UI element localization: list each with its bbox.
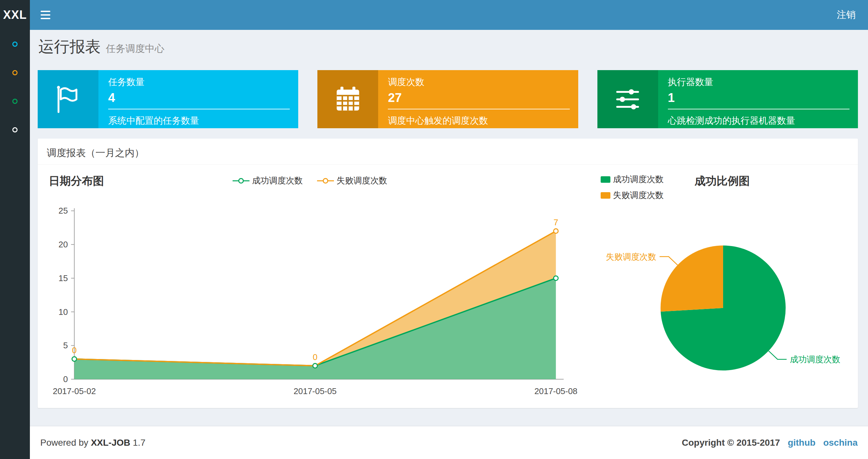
sidebar-item[interactable] (0, 116, 30, 144)
page-title: 运行报表 (38, 38, 101, 55)
circle-icon (12, 41, 18, 47)
version-label: 1.7 (133, 437, 146, 448)
svg-text:2017-05-08: 2017-05-08 (534, 387, 578, 396)
summary-info-row: 任务数量 4 系统中配置的任务数量 (38, 70, 858, 128)
line-chart-legend: 成功调度次数 失败调度次数 (232, 175, 387, 186)
calendar-icon (333, 85, 363, 114)
svg-text:25: 25 (59, 206, 68, 215)
pie-chart-legend: 成功调度次数 失败调度次数 (601, 174, 664, 201)
svg-text:20: 20 (59, 240, 68, 249)
app-logo[interactable]: XXL (0, 0, 30, 30)
logout-link[interactable]: 注销 (825, 0, 868, 30)
footer: Powered by XXL-JOB 1.7 Copyright © 2015-… (30, 426, 868, 459)
info-box-title: 执行器数量 (668, 76, 849, 88)
series-marker-icon (317, 178, 334, 184)
info-box-triggers: 调度次数 27 调度中心触发的调度次数 (317, 70, 578, 128)
success-ratio-pie-chart: 成功调度次数失败调度次数 (606, 245, 840, 370)
date-distribution-chart-title: 日期分布图 (49, 174, 104, 189)
legend-label: 成功调度次数 (613, 174, 664, 185)
svg-text:7: 7 (554, 218, 558, 227)
footer-right: Copyright © 2015-2017 github oschina (682, 437, 858, 448)
svg-text:0: 0 (72, 346, 77, 355)
svg-text:失败调度次数: 失败调度次数 (606, 252, 656, 261)
powered-by-text: Powered by XXL-JOB 1.7 (40, 437, 146, 448)
page-header: 运行报表任务调度中心 (30, 30, 868, 57)
info-box-divider (668, 109, 849, 109)
legend-item-success[interactable]: 成功调度次数 (601, 174, 664, 185)
svg-text:2017-05-05: 2017-05-05 (294, 387, 337, 396)
sliders-icon (613, 85, 643, 114)
swatch-icon (601, 192, 610, 199)
hamburger-icon (41, 14, 50, 15)
svg-text:15: 15 (59, 274, 68, 283)
info-box-value: 1 (668, 91, 849, 105)
info-icon-pane (38, 70, 98, 128)
svg-text:成功调度次数: 成功调度次数 (790, 355, 840, 364)
info-box-divider (108, 109, 290, 109)
info-body: 任务数量 4 系统中配置的任务数量 (98, 70, 298, 128)
info-body: 调度次数 27 调度中心触发的调度次数 (378, 70, 578, 128)
sidebar-item[interactable] (0, 87, 30, 116)
powered-by-label: Powered by (40, 437, 88, 448)
info-box-jobs: 任务数量 4 系统中配置的任务数量 (38, 70, 298, 128)
legend-item-fail[interactable]: 失败调度次数 (317, 175, 387, 186)
info-box-value: 4 (108, 91, 290, 105)
info-box-desc: 系统中配置的任务数量 (108, 114, 290, 127)
sidebar-item[interactable] (0, 30, 30, 59)
info-box-desc: 心跳检测成功的执行器机器数量 (668, 114, 849, 127)
svg-text:2017-05-02: 2017-05-02 (53, 387, 96, 396)
date-distribution-chart: 05101520252017-05-022017-05-052017-05-08… (53, 206, 577, 396)
series-marker-icon (232, 178, 249, 184)
sidebar (0, 30, 30, 459)
hamburger-icon (41, 11, 50, 12)
info-icon-pane (317, 70, 378, 128)
github-link[interactable]: github (788, 437, 816, 448)
svg-text:0: 0 (313, 353, 317, 362)
sidebar-item[interactable] (0, 59, 30, 87)
svg-text:5: 5 (63, 341, 68, 350)
svg-text:0: 0 (63, 374, 68, 384)
info-box-desc: 调度中心触发的调度次数 (388, 114, 569, 127)
info-box-executors: 执行器数量 1 心跳检测成功的执行器机器数量 (597, 70, 858, 128)
copyright-text: Copyright © 2015-2017 (682, 437, 780, 448)
info-icon-pane (597, 70, 658, 128)
app-name-label: XXL-JOB (91, 437, 130, 448)
legend-item-success[interactable]: 成功调度次数 (232, 175, 303, 186)
legend-label: 失败调度次数 (613, 190, 664, 201)
circle-icon (12, 99, 18, 104)
hamburger-icon (41, 18, 50, 19)
legend-label: 失败调度次数 (337, 175, 387, 186)
legend-label: 成功调度次数 (252, 175, 303, 186)
info-body: 执行器数量 1 心跳检测成功的执行器机器数量 (658, 70, 858, 128)
legend-item-fail[interactable]: 失败调度次数 (601, 190, 664, 201)
panel-title: 调度报表（一月之内） (38, 139, 858, 165)
success-ratio-chart-title: 成功比例图 (694, 174, 750, 189)
main-content: 运行报表任务调度中心 任务数量 4 系统中配置的任务数量 (30, 30, 868, 426)
top-navbar: XXL 注销 (0, 0, 868, 30)
info-box-title: 调度次数 (388, 76, 569, 88)
svg-text:10: 10 (59, 307, 68, 317)
info-box-divider (388, 109, 569, 109)
oschina-link[interactable]: oschina (823, 437, 858, 448)
info-box-value: 27 (388, 91, 569, 105)
circle-icon (12, 127, 18, 132)
circle-icon (12, 70, 18, 75)
page-subtitle: 任务调度中心 (106, 43, 164, 54)
sidebar-toggle-button[interactable] (30, 0, 61, 30)
report-panel: 调度报表（一月之内） 日期分布图 成功调度次数 失败调度次数 (38, 139, 858, 408)
swatch-icon (601, 176, 610, 183)
info-box-title: 任务数量 (108, 76, 290, 88)
flag-icon (53, 85, 83, 114)
